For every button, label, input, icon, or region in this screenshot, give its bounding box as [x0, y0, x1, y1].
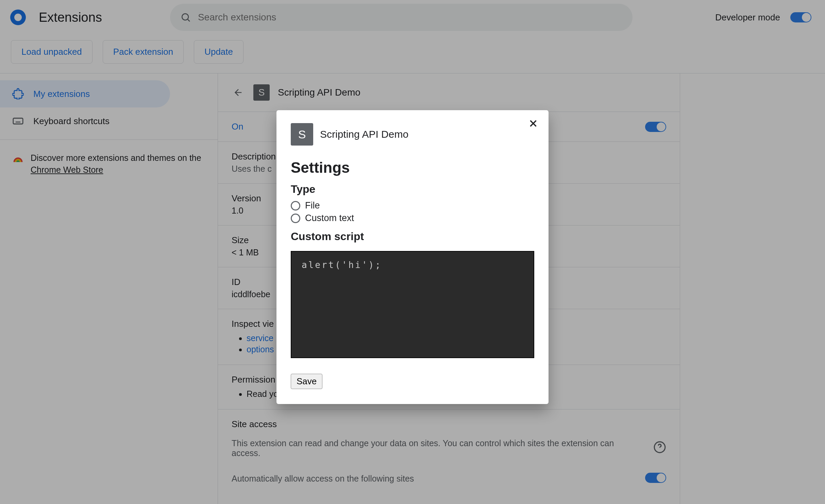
radio-label: Custom text: [305, 213, 354, 223]
modal-overlay: S Scripting API Demo Settings Type File …: [0, 0, 825, 504]
settings-dialog: S Scripting API Demo Settings Type File …: [276, 110, 549, 404]
close-icon[interactable]: [527, 118, 539, 129]
radio-row-file[interactable]: File: [291, 200, 534, 211]
radio-row-custom-text[interactable]: Custom text: [291, 213, 534, 223]
dialog-header: S Scripting API Demo: [291, 123, 534, 146]
dialog-extension-icon: S: [291, 123, 313, 146]
radio-icon: [291, 214, 300, 223]
custom-script-heading: Custom script: [291, 230, 534, 243]
radio-label: File: [305, 200, 320, 211]
custom-script-textarea[interactable]: [291, 251, 534, 358]
type-heading: Type: [291, 183, 534, 196]
save-button[interactable]: Save: [291, 374, 322, 389]
dialog-icon-letter: S: [298, 128, 306, 141]
radio-icon: [291, 201, 300, 211]
settings-heading: Settings: [291, 159, 534, 176]
dialog-title: Scripting API Demo: [320, 129, 408, 140]
